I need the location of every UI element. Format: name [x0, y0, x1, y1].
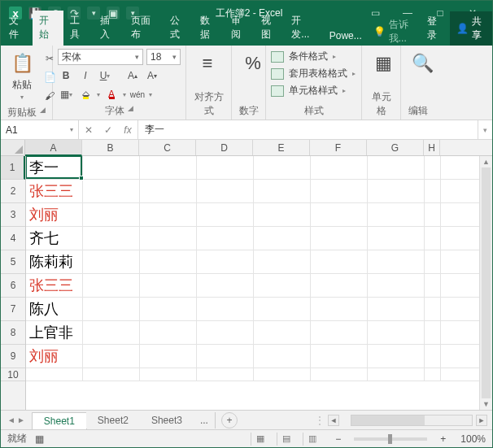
add-sheet-button[interactable]: +	[221, 412, 238, 428]
cell[interactable]	[311, 321, 368, 344]
fill-color-button[interactable]: ⬙	[77, 86, 94, 102]
tab-page-layout[interactable]: 页面布	[124, 11, 164, 46]
cell[interactable]	[254, 250, 311, 273]
cell[interactable]	[425, 274, 441, 297]
shrink-font-button[interactable]: A▾	[144, 67, 160, 84]
cell[interactable]	[254, 156, 311, 179]
row-header[interactable]: 6	[1, 274, 25, 298]
cell[interactable]	[368, 227, 425, 250]
vertical-scrollbar[interactable]: ▲ ▼	[479, 156, 492, 410]
tab-developer[interactable]: 开发...	[285, 11, 322, 46]
cell[interactable]	[197, 156, 254, 179]
cell[interactable]	[140, 180, 197, 202]
row-header[interactable]: 2	[1, 180, 25, 203]
cell[interactable]	[197, 298, 254, 320]
normal-view-button[interactable]: ▦	[251, 433, 268, 446]
cell[interactable]	[254, 203, 311, 226]
tab-data[interactable]: 数据	[194, 11, 224, 46]
row-header[interactable]: 7	[1, 298, 25, 321]
cell[interactable]	[140, 156, 197, 179]
sheet-tab-2[interactable]: Sheet2	[86, 412, 141, 428]
cell[interactable]	[83, 203, 140, 226]
page-layout-view-button[interactable]: ▤	[277, 433, 294, 446]
name-box[interactable]: A1▾	[1, 120, 79, 139]
cell[interactable]: 张三三	[26, 274, 83, 297]
cell[interactable]	[254, 298, 311, 320]
cell[interactable]	[83, 250, 140, 273]
cell[interactable]	[425, 156, 441, 179]
cell[interactable]: 齐七	[26, 227, 83, 250]
share-button[interactable]: 👤共享	[450, 11, 492, 46]
cell[interactable]	[254, 180, 311, 202]
cell[interactable]	[197, 180, 254, 202]
cell[interactable]	[311, 203, 368, 226]
underline-button[interactable]: U▾	[97, 67, 113, 84]
cell[interactable]	[425, 203, 441, 226]
formula-input[interactable]: 李一	[138, 120, 478, 139]
scrollbar-thumb[interactable]	[482, 167, 491, 398]
zoom-thumb[interactable]	[388, 434, 392, 444]
cell[interactable]: 刘丽	[26, 345, 83, 368]
cell[interactable]	[368, 274, 425, 297]
cell[interactable]	[83, 156, 140, 179]
cell[interactable]	[83, 227, 140, 250]
cell[interactable]	[140, 227, 197, 250]
row-header[interactable]: 5	[1, 250, 25, 274]
cell[interactable]	[254, 227, 311, 250]
row-header[interactable]: 9	[1, 345, 25, 368]
scroll-down-icon[interactable]: ▼	[480, 398, 492, 410]
launcher-icon[interactable]: ◢	[40, 106, 46, 120]
cell[interactable]	[83, 321, 140, 344]
row-header[interactable]: 4	[1, 227, 25, 250]
scroll-up-icon[interactable]: ▲	[480, 156, 492, 167]
macro-record-icon[interactable]: ▦	[35, 433, 44, 445]
sheet-tab-1[interactable]: Sheet1	[32, 412, 87, 429]
font-name-combo[interactable]: 宋体▾	[58, 49, 143, 65]
tab-power[interactable]: Powe...	[323, 27, 369, 46]
column-header[interactable]: C	[139, 140, 196, 155]
cell[interactable]	[83, 180, 140, 202]
fx-button[interactable]: fx	[118, 124, 137, 136]
zoom-slider[interactable]	[354, 437, 427, 441]
cell[interactable]	[254, 274, 311, 297]
cell[interactable]	[425, 227, 441, 250]
cell-styles-button[interactable]: 单元格样式▸	[271, 83, 346, 98]
tab-formulas[interactable]: 公式	[164, 11, 194, 46]
cell[interactable]	[368, 156, 425, 179]
conditional-format-button[interactable]: 条件格式▸	[271, 49, 336, 64]
column-header[interactable]: D	[196, 140, 253, 155]
scroll-right-icon[interactable]: ►	[476, 415, 487, 426]
cell[interactable]	[26, 368, 83, 381]
cell[interactable]	[425, 180, 441, 202]
cell[interactable]	[368, 250, 425, 273]
cell[interactable]	[254, 321, 311, 344]
login-button[interactable]: 登录	[421, 11, 450, 46]
chevron-left-icon[interactable]: ◄	[7, 415, 15, 424]
zoom-out-button[interactable]: −	[335, 433, 341, 445]
accept-entry-icon[interactable]: ✓	[98, 124, 118, 136]
cell[interactable]	[311, 274, 368, 297]
fill-handle[interactable]	[79, 176, 84, 181]
column-header[interactable]: H	[424, 140, 440, 155]
cell[interactable]	[140, 250, 197, 273]
tab-review[interactable]: 审阅	[225, 11, 255, 46]
tab-view[interactable]: 视图	[255, 11, 285, 46]
row-header[interactable]: 8	[1, 321, 25, 345]
phonetic-button[interactable]: wén	[129, 86, 146, 102]
cell[interactable]	[197, 321, 254, 344]
column-header[interactable]: B	[82, 140, 139, 155]
column-header[interactable]: F	[310, 140, 367, 155]
cell[interactable]	[425, 321, 441, 344]
cell[interactable]	[140, 274, 197, 297]
row-header[interactable]: 3	[1, 203, 25, 227]
grow-font-button[interactable]: A▴	[124, 67, 141, 84]
cell[interactable]	[197, 250, 254, 273]
borders-button[interactable]: ▦▾	[58, 86, 74, 102]
cell[interactable]	[368, 368, 425, 381]
tab-insert[interactable]: 插入	[94, 11, 124, 46]
tab-file[interactable]: 文件	[2, 11, 33, 46]
cell[interactable]	[425, 368, 441, 381]
cell[interactable]: 刘丽	[26, 203, 83, 226]
cell[interactable]	[197, 227, 254, 250]
sheet-nav[interactable]: ◄►	[1, 415, 32, 424]
